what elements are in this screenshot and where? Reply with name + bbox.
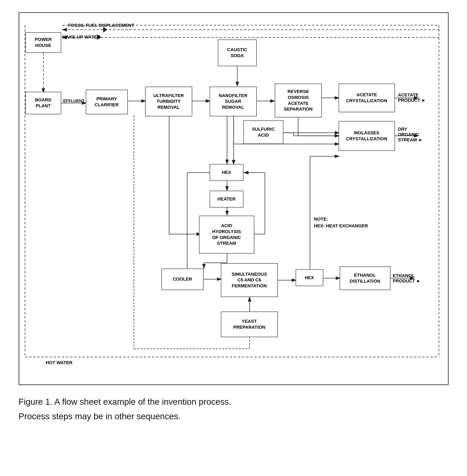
fossil-fuel-label: FOSSIL FUEL DISPLACEMENT (68, 23, 134, 28)
cooler-label: COOLER (173, 276, 192, 282)
sulfuric-acid-label: SULFURICACID (252, 126, 274, 138)
yeast-preparation-label: YEASTPREPARATION (233, 318, 265, 330)
ultrafilter-box: ULTRAFILTERTURBIDITYREMOVAL (145, 87, 192, 116)
hex2-label: HEX (305, 275, 314, 281)
reverse-osmosis-label: REVERSEOSMOSISACETATESEPARATION (284, 89, 313, 112)
ethanol-distillation-label: ETHANOLDISTILLATION (350, 272, 380, 284)
figure-caption: Figure 1. A flow sheet example of the in… (19, 395, 449, 423)
heater-box: HEATER (210, 191, 243, 208)
ethanol-distillation-box: ETHANOLDISTILLATION (340, 266, 390, 290)
page: POWER HOUSE FOSSIL FUEL DISPLACEMENT MAK… (0, 0, 467, 476)
dry-organic-stream-label: DRYORGANICSTREAM ► (398, 127, 423, 143)
hex1-box: HEX (210, 164, 243, 181)
effluent-label: EFFLUENT (63, 99, 85, 103)
caption-line1: Figure 1. A flow sheet example of the in… (19, 395, 449, 408)
reverse-osmosis-box: REVERSEOSMOSISACETATESEPARATION (275, 84, 322, 117)
diagram: POWER HOUSE FOSSIL FUEL DISPLACEMENT MAK… (19, 12, 449, 385)
sulfuric-acid-box: SULFURICACID (243, 120, 283, 144)
nanofilter-box: NANOFILTERSUGARREMOVAL (210, 87, 257, 116)
acid-hydrolysis-label: ACIDHYDROLYSISOF ORGANICSTREAM (212, 223, 241, 246)
board-plant-label: BOARDPLANT (35, 97, 52, 109)
primary-clarifier-box: PRIMARYCLARIFIER (86, 90, 128, 114)
power-house-box: POWER HOUSE (26, 32, 61, 53)
acetate-crystallization-box: ACETATECRYSTALLIZATION (339, 84, 395, 112)
nanofilter-label: NANOFILTERSUGARREMOVAL (219, 93, 247, 110)
caustic-soda-box: CAUSTICSODA (218, 40, 257, 66)
ethanol-product-label: ETHANOLPRODUCT ► (393, 273, 421, 284)
board-plant-box: BOARDPLANT (26, 92, 61, 114)
make-up-water-label: MAKE-UP WATER (62, 34, 100, 40)
caustic-soda-label: CAUSTICSODA (227, 47, 247, 59)
hex2-box: HEX (296, 269, 323, 286)
heater-label: HEATER (217, 196, 236, 202)
hot-water-label: HOT WATER (46, 360, 72, 365)
acetate-product-label: ACETATEPRODUCT ► (398, 92, 426, 103)
ultrafilter-label: ULTRAFILTERTURBIDITYREMOVAL (153, 93, 184, 110)
acetate-crystallization-label: ACETATECRYSTALLIZATION (346, 92, 387, 104)
molasses-crystallization-label: MOLASSESCRYSTALLIZATION (346, 130, 387, 142)
simultaneous-fermentation-label: SIMULTANEOUSC5 AND C6FERMENTATION (232, 271, 267, 289)
power-house-label: POWER HOUSE (27, 37, 60, 48)
primary-clarifier-label: PRIMARYCLARIFIER (95, 96, 118, 108)
acid-hydrolysis-box: ACIDHYDROLYSISOF ORGANICSTREAM (199, 216, 254, 253)
hex1-label: HEX (222, 170, 231, 175)
yeast-preparation-box: YEASTPREPARATION (221, 312, 278, 337)
cooler-box: COOLER (162, 268, 204, 290)
simultaneous-fermentation-box: SIMULTANEOUSC5 AND C6FERMENTATION (221, 263, 278, 297)
note-label: NOTE:HEX- HEAT EXCHANGER (314, 216, 368, 229)
caption-line2: Process steps may be in other sequences. (19, 410, 449, 423)
molasses-crystallization-box: MOLASSESCRYSTALLIZATION (339, 121, 395, 151)
